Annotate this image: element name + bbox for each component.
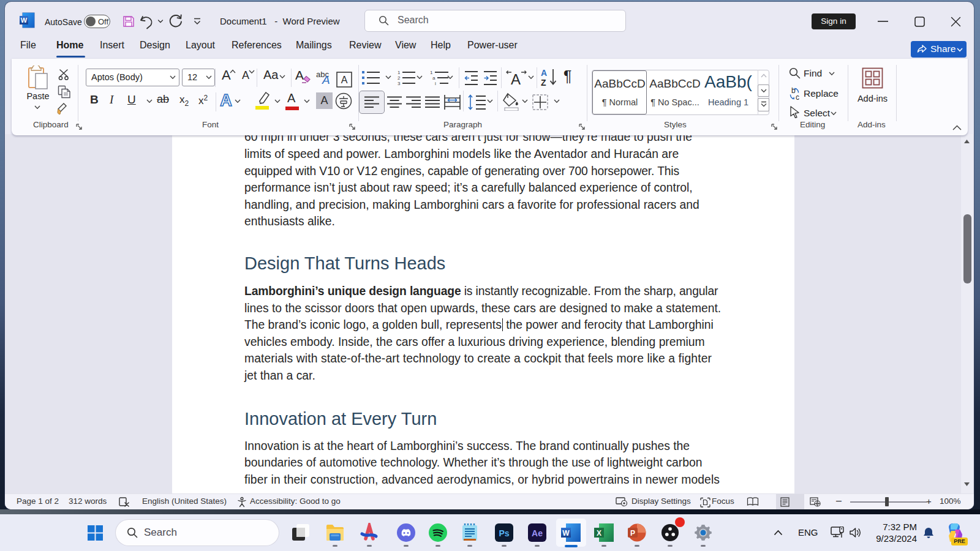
svg-text:X: X [597,529,601,538]
svg-text:i: i [435,81,436,86]
svg-text:Ps: Ps [499,528,509,538]
svg-text:1: 1 [398,70,401,75]
svg-text:A: A [511,71,521,86]
svg-text:A: A [341,75,348,85]
svg-text:Ae: Ae [532,528,543,538]
svg-text:3: 3 [398,81,401,86]
svg-text:c: c [796,93,799,100]
svg-text:A: A [541,68,547,78]
svg-text:W: W [562,529,570,538]
svg-text:Z: Z [541,78,546,86]
svg-text:a: a [432,75,435,81]
svg-text:P: P [630,529,635,538]
svg-text:W: W [21,17,28,24]
svg-text:1: 1 [430,70,433,75]
svg-text:A: A [220,91,232,108]
svg-text:2: 2 [398,75,401,81]
